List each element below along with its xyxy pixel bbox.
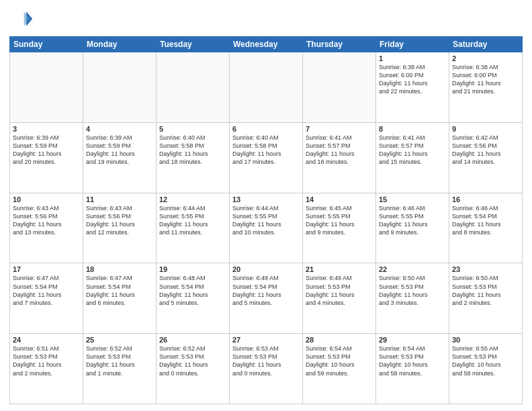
day-number: 23 xyxy=(452,265,519,273)
day-info: Sunrise: 6:38 AM Sunset: 6:00 PM Dayligh… xyxy=(452,63,519,96)
day-number: 17 xyxy=(13,265,80,273)
col-header-monday: Monday xyxy=(83,37,157,52)
day-number: 6 xyxy=(232,125,300,133)
day-cell xyxy=(303,52,376,123)
logo-icon xyxy=(9,7,34,31)
day-number: 3 xyxy=(13,125,80,133)
day-cell: 13Sunrise: 6:44 AM Sunset: 5:55 PM Dayli… xyxy=(230,193,303,263)
day-info: Sunrise: 6:44 AM Sunset: 5:55 PM Dayligh… xyxy=(232,204,300,237)
week-row-2: 10Sunrise: 6:43 AM Sunset: 5:56 PM Dayli… xyxy=(10,193,523,263)
day-info: Sunrise: 6:41 AM Sunset: 5:57 PM Dayligh… xyxy=(379,134,446,167)
day-cell: 24Sunrise: 6:51 AM Sunset: 5:53 PM Dayli… xyxy=(10,334,83,404)
day-cell: 9Sunrise: 6:42 AM Sunset: 5:56 PM Daylig… xyxy=(449,122,523,193)
week-row-4: 24Sunrise: 6:51 AM Sunset: 5:53 PM Dayli… xyxy=(10,334,523,404)
logo xyxy=(9,7,36,31)
day-number: 27 xyxy=(232,336,300,344)
day-info: Sunrise: 6:48 AM Sunset: 5:54 PM Dayligh… xyxy=(159,274,226,307)
day-number: 24 xyxy=(13,336,80,344)
header-row: SundayMondayTuesdayWednesdayThursdayFrid… xyxy=(10,37,523,52)
day-info: Sunrise: 6:43 AM Sunset: 5:56 PM Dayligh… xyxy=(13,204,80,237)
col-header-wednesday: Wednesday xyxy=(230,37,303,52)
day-cell: 21Sunrise: 6:49 AM Sunset: 5:53 PM Dayli… xyxy=(303,263,376,334)
header xyxy=(9,7,523,31)
day-info: Sunrise: 6:39 AM Sunset: 5:59 PM Dayligh… xyxy=(13,134,80,167)
day-number: 8 xyxy=(379,125,446,133)
day-cell: 12Sunrise: 6:44 AM Sunset: 5:55 PM Dayli… xyxy=(157,193,230,263)
col-header-saturday: Saturday xyxy=(449,37,523,52)
day-number: 18 xyxy=(86,265,153,273)
day-cell: 10Sunrise: 6:43 AM Sunset: 5:56 PM Dayli… xyxy=(10,193,83,263)
day-cell: 6Sunrise: 6:40 AM Sunset: 5:58 PM Daylig… xyxy=(230,122,303,193)
col-header-friday: Friday xyxy=(376,37,449,52)
day-number: 13 xyxy=(232,195,300,203)
day-info: Sunrise: 6:54 AM Sunset: 5:53 PM Dayligh… xyxy=(379,345,446,377)
day-number: 14 xyxy=(306,195,373,203)
day-info: Sunrise: 6:54 AM Sunset: 5:53 PM Dayligh… xyxy=(306,345,373,377)
day-info: Sunrise: 6:41 AM Sunset: 5:57 PM Dayligh… xyxy=(306,134,373,167)
day-number: 30 xyxy=(452,336,519,344)
day-info: Sunrise: 6:53 AM Sunset: 5:53 PM Dayligh… xyxy=(232,345,300,377)
day-cell: 27Sunrise: 6:53 AM Sunset: 5:53 PM Dayli… xyxy=(230,334,303,404)
day-info: Sunrise: 6:52 AM Sunset: 5:53 PM Dayligh… xyxy=(159,345,226,377)
day-cell xyxy=(10,52,83,123)
day-cell: 8Sunrise: 6:41 AM Sunset: 5:57 PM Daylig… xyxy=(376,122,449,193)
day-cell: 7Sunrise: 6:41 AM Sunset: 5:57 PM Daylig… xyxy=(303,122,376,193)
day-cell: 23Sunrise: 6:50 AM Sunset: 5:53 PM Dayli… xyxy=(449,263,523,334)
day-number: 10 xyxy=(13,195,80,203)
day-info: Sunrise: 6:40 AM Sunset: 5:58 PM Dayligh… xyxy=(232,134,300,167)
day-cell: 5Sunrise: 6:40 AM Sunset: 5:58 PM Daylig… xyxy=(157,122,230,193)
day-cell: 20Sunrise: 6:49 AM Sunset: 5:54 PM Dayli… xyxy=(230,263,303,334)
day-cell: 15Sunrise: 6:46 AM Sunset: 5:55 PM Dayli… xyxy=(376,193,449,263)
day-info: Sunrise: 6:52 AM Sunset: 5:53 PM Dayligh… xyxy=(86,345,153,377)
day-cell: 11Sunrise: 6:43 AM Sunset: 5:56 PM Dayli… xyxy=(83,193,157,263)
day-info: Sunrise: 6:45 AM Sunset: 5:55 PM Dayligh… xyxy=(306,204,373,237)
day-number: 19 xyxy=(159,265,226,273)
page: SundayMondayTuesdayWednesdayThursdayFrid… xyxy=(0,0,532,411)
day-number: 21 xyxy=(306,265,373,273)
day-cell: 1Sunrise: 6:38 AM Sunset: 6:00 PM Daylig… xyxy=(376,52,449,123)
week-row-3: 17Sunrise: 6:47 AM Sunset: 5:54 PM Dayli… xyxy=(10,263,523,334)
day-number: 12 xyxy=(159,195,226,203)
week-row-1: 3Sunrise: 6:39 AM Sunset: 5:59 PM Daylig… xyxy=(10,122,523,193)
col-header-thursday: Thursday xyxy=(303,37,376,52)
day-cell: 30Sunrise: 6:55 AM Sunset: 5:53 PM Dayli… xyxy=(449,334,523,404)
day-info: Sunrise: 6:39 AM Sunset: 5:59 PM Dayligh… xyxy=(86,134,153,167)
day-number: 15 xyxy=(379,195,446,203)
day-number: 25 xyxy=(86,336,153,344)
day-cell: 22Sunrise: 6:50 AM Sunset: 5:53 PM Dayli… xyxy=(376,263,449,334)
day-cell: 26Sunrise: 6:52 AM Sunset: 5:53 PM Dayli… xyxy=(157,334,230,404)
day-cell: 29Sunrise: 6:54 AM Sunset: 5:53 PM Dayli… xyxy=(376,334,449,404)
day-number: 11 xyxy=(86,195,153,203)
day-cell: 16Sunrise: 6:46 AM Sunset: 5:54 PM Dayli… xyxy=(449,193,523,263)
day-info: Sunrise: 6:49 AM Sunset: 5:54 PM Dayligh… xyxy=(232,274,300,307)
day-cell: 14Sunrise: 6:45 AM Sunset: 5:55 PM Dayli… xyxy=(303,193,376,263)
day-info: Sunrise: 6:50 AM Sunset: 5:53 PM Dayligh… xyxy=(379,274,446,307)
day-info: Sunrise: 6:43 AM Sunset: 5:56 PM Dayligh… xyxy=(86,204,153,237)
day-info: Sunrise: 6:49 AM Sunset: 5:53 PM Dayligh… xyxy=(306,274,373,307)
day-cell: 25Sunrise: 6:52 AM Sunset: 5:53 PM Dayli… xyxy=(83,334,157,404)
day-info: Sunrise: 6:47 AM Sunset: 5:54 PM Dayligh… xyxy=(13,274,80,307)
day-info: Sunrise: 6:40 AM Sunset: 5:58 PM Dayligh… xyxy=(159,134,226,167)
day-cell: 4Sunrise: 6:39 AM Sunset: 5:59 PM Daylig… xyxy=(83,122,157,193)
day-number: 20 xyxy=(232,265,300,273)
day-cell: 28Sunrise: 6:54 AM Sunset: 5:53 PM Dayli… xyxy=(303,334,376,404)
day-cell xyxy=(230,52,303,123)
day-cell: 3Sunrise: 6:39 AM Sunset: 5:59 PM Daylig… xyxy=(10,122,83,193)
day-info: Sunrise: 6:50 AM Sunset: 5:53 PM Dayligh… xyxy=(452,274,519,307)
day-number: 9 xyxy=(452,125,519,133)
day-info: Sunrise: 6:38 AM Sunset: 6:00 PM Dayligh… xyxy=(379,63,446,96)
day-number: 29 xyxy=(379,336,446,344)
day-info: Sunrise: 6:55 AM Sunset: 5:53 PM Dayligh… xyxy=(452,345,519,377)
day-cell xyxy=(83,52,157,123)
day-info: Sunrise: 6:46 AM Sunset: 5:55 PM Dayligh… xyxy=(379,204,446,237)
col-header-sunday: Sunday xyxy=(10,37,83,52)
col-header-tuesday: Tuesday xyxy=(157,37,230,52)
day-cell: 2Sunrise: 6:38 AM Sunset: 6:00 PM Daylig… xyxy=(449,52,523,123)
day-info: Sunrise: 6:44 AM Sunset: 5:55 PM Dayligh… xyxy=(159,204,226,237)
day-info: Sunrise: 6:42 AM Sunset: 5:56 PM Dayligh… xyxy=(452,134,519,167)
day-cell: 17Sunrise: 6:47 AM Sunset: 5:54 PM Dayli… xyxy=(10,263,83,334)
day-cell: 19Sunrise: 6:48 AM Sunset: 5:54 PM Dayli… xyxy=(157,263,230,334)
day-number: 28 xyxy=(306,336,373,344)
day-number: 4 xyxy=(86,125,153,133)
day-number: 16 xyxy=(452,195,519,203)
